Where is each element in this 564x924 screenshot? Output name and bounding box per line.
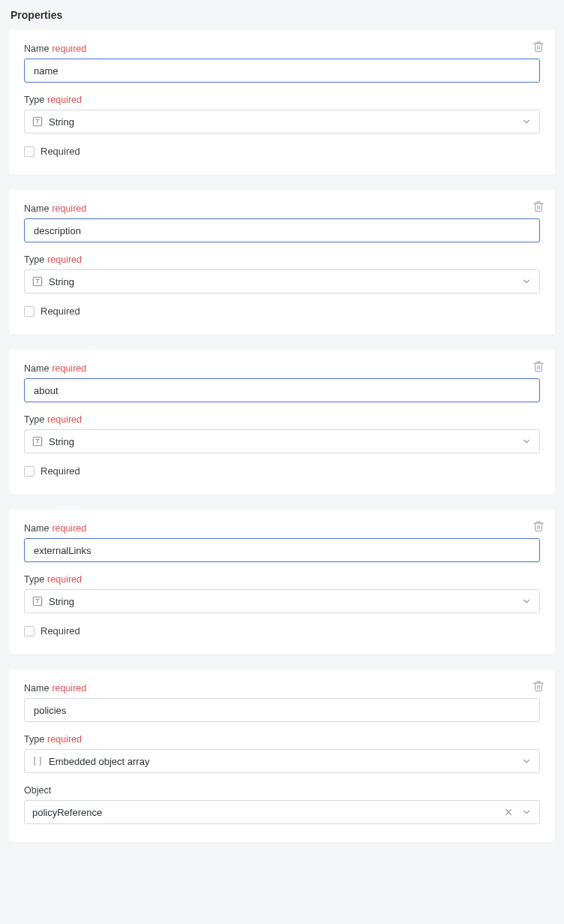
name-input[interactable]: [24, 538, 540, 562]
trash-icon[interactable]: [532, 520, 544, 532]
chevron-down-icon: [521, 807, 532, 817]
trash-icon[interactable]: [532, 680, 544, 692]
required-checkbox-row[interactable]: Required: [24, 146, 540, 157]
required-checkbox-row[interactable]: Required: [24, 305, 540, 317]
chevron-down-icon: [521, 756, 532, 766]
name-input[interactable]: [24, 218, 540, 242]
type-select[interactable]: String: [24, 429, 540, 453]
type-value: String: [49, 116, 521, 128]
name-input[interactable]: [24, 378, 540, 402]
type-value: Embedded object array: [49, 756, 521, 767]
name-label: Namerequired: [24, 363, 540, 374]
type-label: Typerequired: [24, 734, 540, 745]
text-type-icon: [32, 596, 43, 606]
section-title: Properties: [10, 9, 555, 21]
type-label: Typerequired: [24, 574, 540, 585]
text-type-icon: [32, 436, 43, 447]
required-checkbox[interactable]: [24, 626, 34, 637]
type-label: Typerequired: [24, 414, 540, 425]
name-label: Namerequired: [24, 203, 540, 214]
name-label: Namerequired: [24, 523, 540, 534]
required-checkbox[interactable]: [24, 466, 34, 477]
trash-icon[interactable]: [532, 41, 544, 53]
property-card: Namerequired Typerequired Embedded objec…: [9, 670, 555, 842]
chevron-down-icon: [521, 436, 532, 447]
type-select[interactable]: String: [24, 269, 540, 293]
name-input[interactable]: [24, 59, 540, 83]
type-label: Typerequired: [24, 95, 540, 105]
text-type-icon: [32, 116, 43, 127]
type-select[interactable]: String: [24, 110, 540, 134]
name-label: Namerequired: [24, 44, 540, 54]
object-value: policyReference: [32, 807, 503, 818]
chevron-down-icon: [521, 276, 532, 287]
chevron-down-icon: [521, 596, 532, 606]
object-select[interactable]: policyReference: [24, 800, 540, 824]
type-value: String: [49, 276, 521, 287]
required-checkbox[interactable]: [24, 146, 34, 157]
name-input[interactable]: [24, 698, 540, 722]
required-checkbox[interactable]: [24, 306, 34, 317]
type-value: String: [49, 596, 521, 607]
type-select[interactable]: String: [24, 589, 540, 613]
required-checkbox-label: Required: [40, 146, 80, 157]
trash-icon[interactable]: [532, 360, 544, 372]
required-checkbox-row[interactable]: Required: [24, 465, 540, 477]
name-label: Namerequired: [24, 683, 540, 694]
clear-icon[interactable]: [503, 807, 514, 817]
object-label: Object: [24, 785, 540, 796]
trash-icon[interactable]: [532, 200, 544, 212]
text-type-icon: [32, 276, 43, 287]
chevron-down-icon: [521, 116, 532, 127]
property-card: Namerequired Typerequired String Require…: [9, 510, 555, 655]
type-label: Typerequired: [24, 254, 540, 265]
array-type-icon: [32, 756, 43, 766]
type-value: String: [49, 436, 521, 447]
required-checkbox-label: Required: [40, 305, 80, 317]
property-card: Namerequired Typerequired String Require…: [9, 30, 555, 175]
required-checkbox-label: Required: [40, 465, 80, 477]
required-checkbox-row[interactable]: Required: [24, 625, 540, 637]
required-checkbox-label: Required: [40, 625, 80, 637]
property-card: Namerequired Typerequired String Require…: [9, 350, 555, 495]
property-card: Namerequired Typerequired String Require…: [9, 190, 555, 335]
type-select[interactable]: Embedded object array: [24, 749, 540, 773]
